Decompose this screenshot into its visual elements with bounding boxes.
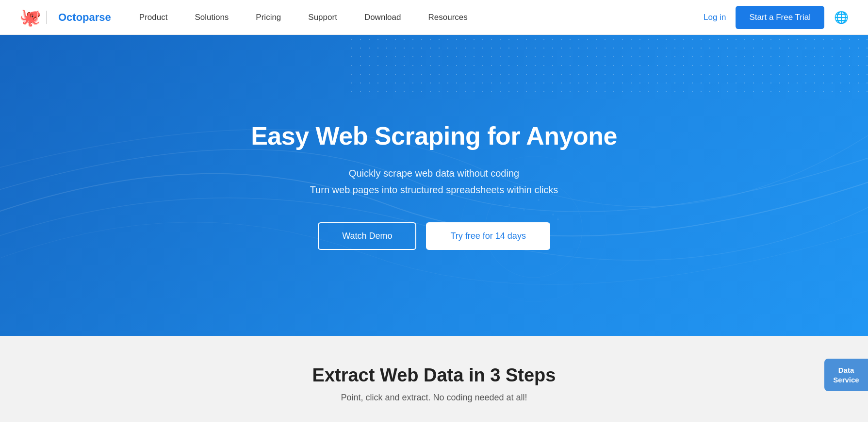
hero-section: Easy Web Scraping for Anyone Quickly scr… <box>0 35 868 336</box>
steps-subtitle: Point, click and extract. No coding need… <box>19 393 849 403</box>
hero-title: Easy Web Scraping for Anyone <box>251 121 617 150</box>
nav-item-resources[interactable]: Resources <box>414 0 481 35</box>
language-icon[interactable]: 🌐 <box>834 11 849 24</box>
hero-subtitle-line2: Turn web pages into structured spreadshe… <box>310 184 558 195</box>
data-service-badge[interactable]: Data Service <box>824 359 868 391</box>
login-link[interactable]: Log in <box>704 13 726 22</box>
nav-item-support[interactable]: Support <box>295 0 351 35</box>
watch-demo-button[interactable]: Watch Demo <box>318 222 416 250</box>
hero-subtitle-line1: Quickly scrape web data without coding <box>349 168 519 179</box>
try-free-button[interactable]: Try free for 14 days <box>426 222 550 250</box>
data-service-line2: Service <box>833 376 859 384</box>
brand-logo[interactable]: 🐙 Octoparse <box>19 7 111 28</box>
hero-content: Easy Web Scraping for Anyone Quickly scr… <box>231 121 637 250</box>
hero-dots-bg <box>347 35 868 93</box>
brand-name: Octoparse <box>58 11 111 24</box>
hero-buttons: Watch Demo Try free for 14 days <box>251 222 617 250</box>
steps-title: Extract Web Data in 3 Steps <box>19 365 849 386</box>
nav-item-download[interactable]: Download <box>351 0 415 35</box>
navbar-right: Log in Start a Free Trial 🌐 <box>704 6 849 29</box>
nav-item-solutions[interactable]: Solutions <box>181 0 242 35</box>
free-trial-button[interactable]: Start a Free Trial <box>736 6 824 29</box>
navbar: 🐙 Octoparse Product Solutions Pricing Su… <box>0 0 868 35</box>
data-service-line1: Data <box>838 366 854 374</box>
steps-section: Extract Web Data in 3 Steps Point, click… <box>0 336 868 422</box>
hero-subtitle: Quickly scrape web data without coding T… <box>251 165 617 198</box>
nav-item-product[interactable]: Product <box>126 0 181 35</box>
brand-divider <box>46 11 47 24</box>
octopus-icon: 🐙 <box>19 7 41 28</box>
nav-links: Product Solutions Pricing Support Downlo… <box>126 0 704 35</box>
nav-item-pricing[interactable]: Pricing <box>242 0 295 35</box>
